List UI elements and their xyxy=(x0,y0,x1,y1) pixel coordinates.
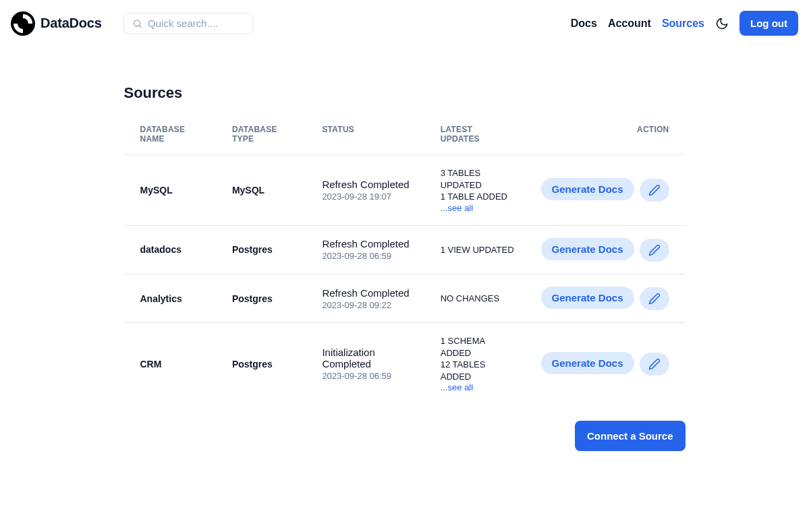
logout-button[interactable]: Log out xyxy=(740,11,798,36)
cell-database-type: Postgres xyxy=(216,274,306,322)
cell-status: Refresh Completed2023-09-28 09:22 xyxy=(306,274,424,322)
logo-icon xyxy=(11,11,35,36)
status-time: 2023-09-28 19:07 xyxy=(322,191,413,202)
cell-database-type: Postgres xyxy=(216,323,306,405)
main-content: Sources DATABASE NAME DATABASE TYPE STAT… xyxy=(124,47,686,451)
cell-action: Generate Docs xyxy=(525,155,686,226)
moon-icon xyxy=(715,17,729,30)
brand[interactable]: DataDocs xyxy=(11,11,102,36)
edit-source-button[interactable] xyxy=(640,353,669,376)
th-database-name: DATABASE NAME xyxy=(124,118,216,155)
generate-docs-button[interactable]: Generate Docs xyxy=(541,287,634,309)
status-time: 2023-09-28 06:59 xyxy=(322,371,413,381)
search-icon xyxy=(132,18,142,30)
see-all-link[interactable]: ...see all xyxy=(441,203,514,213)
table-row: MySQLMySQLRefresh Completed2023-09-28 19… xyxy=(124,155,686,226)
nav-account[interactable]: Account xyxy=(608,18,651,30)
cell-database-name: Analytics xyxy=(124,274,216,322)
status-time: 2023-09-28 09:22 xyxy=(322,300,413,310)
status-title: Refresh Completed xyxy=(322,238,413,249)
brand-name: DataDocs xyxy=(40,16,102,31)
cell-status: Refresh Completed2023-09-28 19:07 xyxy=(306,155,424,226)
search-input[interactable] xyxy=(148,18,244,29)
cell-database-name: CRM xyxy=(124,323,216,405)
svg-point-1 xyxy=(134,20,140,26)
cell-database-name: datadocs xyxy=(124,225,216,274)
cell-latest-updates: NO CHANGES xyxy=(424,274,525,322)
nav-docs[interactable]: Docs xyxy=(571,18,597,30)
pencil-icon xyxy=(648,358,661,370)
pencil-icon xyxy=(648,184,661,196)
th-database-type: DATABASE TYPE xyxy=(216,118,306,155)
cell-action: Generate Docs xyxy=(525,225,686,274)
cell-latest-updates: 3 TABLES UPDATED1 TABLE ADDED...see all xyxy=(424,155,525,226)
status-title: Refresh Completed xyxy=(322,287,413,299)
generate-docs-button[interactable]: Generate Docs xyxy=(541,178,634,200)
sources-table: DATABASE NAME DATABASE TYPE STATUS LATES… xyxy=(124,118,686,405)
pencil-icon xyxy=(648,293,661,305)
status-time: 2023-09-28 06:59 xyxy=(322,251,413,261)
update-line: 1 SCHEMA ADDED xyxy=(441,335,514,359)
edit-source-button[interactable] xyxy=(640,179,669,202)
th-status: STATUS xyxy=(306,118,424,155)
table-row: AnalyticsPostgresRefresh Completed2023-0… xyxy=(124,274,686,322)
update-line: 1 VIEW UPDATED xyxy=(441,244,514,256)
connect-source-button[interactable]: Connect a Source xyxy=(575,421,686,451)
cell-latest-updates: 1 VIEW UPDATED xyxy=(424,225,525,274)
th-latest-updates: LATEST UPDATES xyxy=(424,118,525,155)
update-line: NO CHANGES xyxy=(441,293,514,305)
nav-right: Docs Account Sources Log out xyxy=(571,11,798,36)
status-title: Initialization Completed xyxy=(322,347,413,370)
cell-status: Initialization Completed2023-09-28 06:59 xyxy=(306,323,424,405)
status-title: Refresh Completed xyxy=(322,179,413,190)
cell-action: Generate Docs xyxy=(525,323,686,405)
table-row: datadocsPostgresRefresh Completed2023-09… xyxy=(124,225,686,274)
svg-line-2 xyxy=(139,25,141,27)
cell-latest-updates: 1 SCHEMA ADDED12 TABLES ADDED...see all xyxy=(424,323,525,405)
edit-source-button[interactable] xyxy=(640,287,669,310)
cell-database-name: MySQL xyxy=(124,155,216,226)
pencil-icon xyxy=(648,244,661,256)
cell-status: Refresh Completed2023-09-28 06:59 xyxy=(306,225,424,274)
th-action: ACTION xyxy=(525,118,686,155)
search-box[interactable] xyxy=(123,13,253,34)
table-row: CRMPostgresInitialization Completed2023-… xyxy=(124,323,686,405)
theme-toggle[interactable] xyxy=(715,17,729,30)
update-line: 12 TABLES ADDED xyxy=(441,359,514,382)
cell-database-type: MySQL xyxy=(216,155,306,226)
cell-action: Generate Docs xyxy=(525,274,686,322)
cell-database-type: Postgres xyxy=(216,225,306,274)
update-line: 1 TABLE ADDED xyxy=(441,191,514,203)
update-line: 3 TABLES UPDATED xyxy=(441,167,514,191)
connect-source-wrap: Connect a Source xyxy=(124,421,686,451)
generate-docs-button[interactable]: Generate Docs xyxy=(541,352,634,374)
see-all-link[interactable]: ...see all xyxy=(441,382,514,392)
edit-source-button[interactable] xyxy=(640,239,669,262)
page-title: Sources xyxy=(124,84,686,102)
nav-sources[interactable]: Sources xyxy=(662,18,704,30)
generate-docs-button[interactable]: Generate Docs xyxy=(541,238,634,260)
app-header: DataDocs Docs Account Sources Log out xyxy=(0,0,809,47)
